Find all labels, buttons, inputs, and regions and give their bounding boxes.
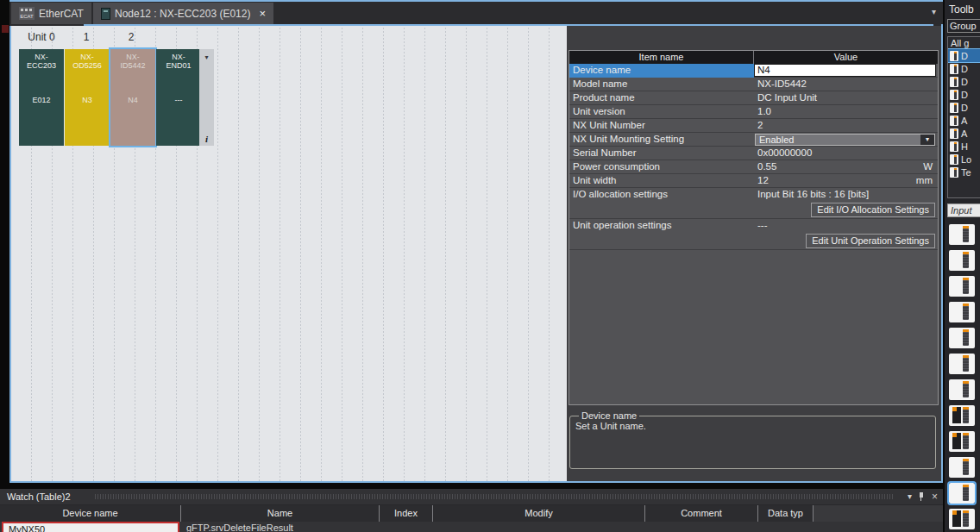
- collapse-panel-icon[interactable]: ▾: [908, 491, 912, 502]
- toolbox-device-list: [945, 224, 980, 532]
- toolbox-device-icon[interactable]: [949, 483, 975, 504]
- item-name-cell[interactable]: NX Unit Mounting Setting: [569, 133, 754, 147]
- dropdown-arrow-icon[interactable]: ▾: [920, 135, 934, 145]
- toolbox-device-icon[interactable]: [949, 509, 975, 529]
- toolbox-all-groups-header[interactable]: All g: [948, 37, 980, 49]
- toolbox-group-selector[interactable]: Group: [947, 19, 980, 33]
- toolbox-device-icon[interactable]: [949, 405, 975, 426]
- toolbox-device-icon[interactable]: [949, 276, 975, 297]
- toolbox-group-item[interactable]: A: [948, 127, 980, 140]
- unit-block-id5442[interactable]: NX-ID5442N4: [110, 49, 155, 146]
- sysmac-studio-window: ECAT EtherCAT Node12 : NX-ECC203 (E012) …: [0, 0, 980, 532]
- titlebar-texture: [95, 494, 895, 499]
- tab-ethercat[interactable]: ECAT EtherCAT: [11, 3, 91, 24]
- toolbox-group-item[interactable]: H: [948, 140, 980, 153]
- slot-label-1: 1: [84, 31, 90, 43]
- item-name-cell[interactable]: Unit operation settings: [569, 219, 754, 233]
- edit-i-o-allocation-settings-button[interactable]: Edit I/O Allocation Settings: [811, 203, 935, 217]
- unit-block-end01[interactable]: NX-END01---: [156, 49, 201, 146]
- mounting-setting-dropdown[interactable]: Enabled▾: [755, 134, 935, 146]
- toolbox-device-icon[interactable]: [949, 302, 975, 322]
- item-name-cell[interactable]: I/O allocation settings: [569, 188, 754, 202]
- toolbox-group-item[interactable]: Te: [948, 166, 980, 178]
- device-name-input[interactable]: N4: [754, 64, 936, 77]
- settings-row: NX Unit Number2: [569, 119, 938, 133]
- item-name-cell[interactable]: NX Unit Number: [569, 119, 754, 133]
- item-name-cell[interactable]: Unit version: [569, 105, 754, 119]
- device-icon-bar: [963, 226, 969, 242]
- toolbox-device-icon[interactable]: [949, 354, 975, 374]
- value-text: DC Input Unit: [757, 92, 817, 103]
- settings-table-header: Item name Value: [569, 51, 938, 64]
- toolbox-group-item[interactable]: D: [948, 49, 980, 62]
- toolbox-group-item[interactable]: D: [948, 101, 980, 114]
- toolbox-group-item[interactable]: D: [948, 75, 980, 88]
- item-name-cell[interactable]: Model name: [569, 78, 754, 91]
- unit-model-line1: NX-: [65, 53, 110, 61]
- toolbox-group-item[interactable]: Lo: [948, 153, 980, 166]
- item-name-cell[interactable]: Serial Number: [569, 147, 754, 160]
- watch-variable-name-cell[interactable]: gFTP.srvDeleteFileResult: [186, 523, 293, 532]
- item-name-cell[interactable]: Unit width: [569, 174, 754, 188]
- toolbox-device-icon[interactable]: [949, 250, 975, 271]
- item-name-cell[interactable]: Product name: [569, 91, 754, 105]
- unit-group-icon: [950, 116, 958, 126]
- value-text: 0.55: [757, 161, 776, 172]
- tab-overflow-icon[interactable]: ▾: [932, 7, 936, 16]
- unit-block-od5256[interactable]: NX-OD5256N3: [65, 49, 110, 146]
- unit-model-line2: ID5442: [110, 61, 155, 70]
- value-text: 12: [757, 175, 769, 185]
- toolbox-device-icon[interactable]: [949, 379, 975, 400]
- info-icon[interactable]: i: [199, 134, 214, 144]
- device-icon-bar: [963, 355, 969, 372]
- unit-group-icon: [950, 77, 958, 87]
- rack-dropdown-icon[interactable]: ▾: [199, 53, 214, 61]
- watch-device-name-cell[interactable]: MyNX50: [2, 522, 179, 532]
- value-text: Input Bit 16 bits : 16 [bits]: [757, 189, 869, 199]
- device-icon-bar: [963, 329, 969, 346]
- close-panel-icon[interactable]: ×: [932, 491, 938, 502]
- toolbox-device-icon[interactable]: [949, 328, 975, 348]
- item-name-cell[interactable]: Device name: [569, 64, 754, 78]
- device-icon-bar: [963, 485, 969, 501]
- toolbox-device-icon[interactable]: [949, 431, 975, 452]
- unit-block-ecc203[interactable]: NX-ECC203E012: [19, 49, 64, 146]
- watch-column-header-device-name: Device name: [0, 505, 181, 522]
- watch-header-filler: [814, 505, 943, 522]
- tab-node12-nx-ecc203[interactable]: Node12 : NX-ECC203 (E012) ×: [93, 3, 273, 24]
- settings-row: Serial Number0x00000000: [569, 147, 938, 160]
- settings-row: I/O allocation settingsInput Bit 16 bits…: [569, 188, 938, 219]
- unit-model-line2: END01: [156, 61, 201, 70]
- toolbox-search-input[interactable]: Input: [947, 203, 980, 217]
- pin-panel-icon[interactable]: [919, 492, 925, 502]
- tab-label: EtherCAT: [39, 8, 84, 20]
- edit-unit-operation-settings-button[interactable]: Edit Unit Operation Settings: [806, 234, 935, 248]
- toolbox-group-item[interactable]: D: [948, 62, 980, 75]
- editor-border: [941, 24, 943, 483]
- help-text: Set a Unit name.: [575, 421, 930, 431]
- toolbox-device-icon[interactable]: [949, 457, 975, 478]
- toolbox-group-list: All g DDDDDAAHLoTe: [947, 36, 980, 198]
- toolbox-device-icon[interactable]: [949, 224, 975, 245]
- toolbox-group-item[interactable]: A: [948, 114, 980, 127]
- toolbox-group-label: D: [961, 77, 968, 87]
- device-icon-block: [952, 433, 961, 449]
- toolbox-group-label: Te: [961, 167, 971, 178]
- value-text: NX-ID5442: [757, 78, 807, 89]
- unit-group-icon: [950, 128, 958, 139]
- device-icon-block: [952, 407, 961, 423]
- toolbox-group-item[interactable]: D: [948, 88, 980, 101]
- document-tab-bar: ECAT EtherCAT Node12 : NX-ECC203 (E012) …: [9, 0, 943, 26]
- ethercat-icon-text: ECAT: [19, 14, 35, 19]
- toolbox-group-label: H: [961, 141, 968, 152]
- toolbox-group-label: D: [961, 103, 968, 113]
- device-icon-bar: [963, 510, 969, 527]
- unit-model-line2: OD5256: [65, 61, 110, 70]
- close-tab-icon[interactable]: ×: [259, 9, 266, 19]
- help-title: Device name: [579, 410, 639, 421]
- toolbox-group-label: D: [961, 90, 968, 100]
- watch-table-row: MyNX50 gFTP.srvDeleteFileResult: [0, 522, 943, 532]
- watch-column-header-comment: Comment: [645, 505, 758, 522]
- item-name-cell[interactable]: Power consumption: [569, 160, 754, 174]
- settings-row: Device nameN4: [569, 64, 938, 78]
